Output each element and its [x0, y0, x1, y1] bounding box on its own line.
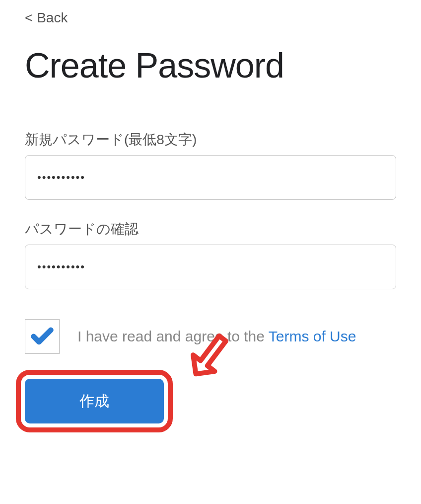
submit-button[interactable]: 作成	[25, 379, 164, 423]
new-password-field-group: 新規パスワード(最低8文字)	[25, 130, 396, 200]
new-password-input[interactable]	[25, 155, 396, 200]
confirm-password-label: パスワードの確認	[25, 220, 396, 239]
back-link-label: < Back	[25, 10, 68, 25]
consent-prefix: I have read and agree to the	[77, 328, 269, 344]
submit-area: 作成	[25, 379, 164, 423]
page-title: Create Password	[25, 46, 396, 85]
confirm-password-field-group: パスワードの確認	[25, 220, 396, 289]
terms-of-use-link[interactable]: Terms of Use	[269, 328, 356, 344]
terms-checkbox[interactable]	[25, 319, 60, 354]
back-link[interactable]: < Back	[25, 10, 68, 26]
submit-button-label: 作成	[79, 393, 109, 409]
confirm-password-input[interactable]	[25, 245, 396, 289]
new-password-label: 新規パスワード(最低8文字)	[25, 130, 396, 149]
consent-text: I have read and agree to the Terms of Us…	[77, 328, 356, 345]
checkmark-icon	[29, 324, 55, 349]
consent-row: I have read and agree to the Terms of Us…	[25, 319, 396, 354]
